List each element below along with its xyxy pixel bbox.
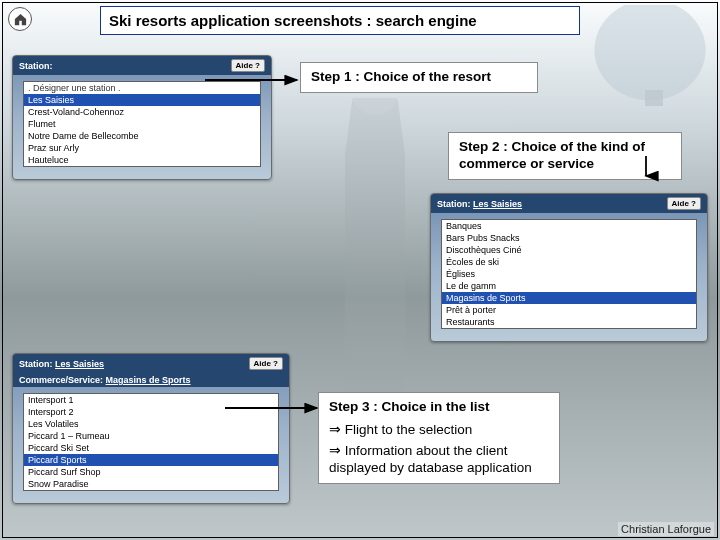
list-item[interactable]: Églises — [442, 268, 696, 280]
step2-text: Step 2 : Choice of the kind of commerce … — [459, 139, 645, 171]
list-item[interactable]: Piccard 1 – Rumeau — [24, 430, 278, 442]
commerce-label: Commerce/Service: — [19, 375, 103, 385]
step1-caption: Step 1 : Choice of the resort — [300, 62, 538, 93]
implies-icon: ⇒ — [329, 443, 341, 458]
help-button[interactable]: Aide ? — [231, 59, 265, 72]
station-value[interactable]: Les Saisies — [55, 359, 104, 369]
list-item[interactable]: Le de gamm — [442, 280, 696, 292]
list-item[interactable]: Magasins de Sports — [442, 292, 696, 304]
list-item[interactable]: Prêt à porter — [442, 304, 696, 316]
list-item[interactable]: Discothèques Ciné — [442, 244, 696, 256]
list-item[interactable]: Hauteluce — [24, 154, 260, 166]
step3-bullet-flight: ⇒ Flight to the selection — [329, 422, 549, 439]
screenshot-panel-2: Station: Les Saisies Aide ? BanquesBars … — [430, 193, 708, 342]
help-button[interactable]: Aide ? — [249, 357, 283, 370]
list-item[interactable]: Piccard Ski Set — [24, 442, 278, 454]
background-tower — [300, 60, 450, 440]
author-credit: Christian Laforgue — [618, 522, 714, 536]
implies-icon: ⇒ — [329, 422, 341, 437]
step2-caption: Step 2 : Choice of the kind of commerce … — [448, 132, 682, 180]
commerce-value[interactable]: Magasins de Sports — [106, 375, 191, 385]
list-item[interactable]: Snow Paradise — [24, 478, 278, 490]
list-item[interactable]: Bars Pubs Snacks — [442, 232, 696, 244]
arrow-to-panel2 — [639, 156, 653, 187]
list-item[interactable]: Écoles de ski — [442, 256, 696, 268]
category-listbox[interactable]: BanquesBars Pubs SnacksDiscothèques Ciné… — [441, 219, 697, 329]
arrow-to-step1 — [205, 72, 305, 96]
slide-title: Ski resorts application screenshots : se… — [100, 6, 580, 35]
station-label: Station: — [19, 61, 53, 71]
station-label: Station: — [19, 359, 53, 369]
list-item[interactable]: Piccard Surf Shop — [24, 466, 278, 478]
background-balloon — [590, 5, 710, 115]
list-item[interactable]: Notre Dame de Bellecombe — [24, 130, 260, 142]
step1-text: Step 1 : Choice of the resort — [311, 69, 491, 84]
help-button[interactable]: Aide ? — [667, 197, 701, 210]
step3-flight-text: Flight to the selection — [345, 422, 473, 437]
list-item[interactable]: Crest-Voland-Cohennoz — [24, 106, 260, 118]
list-item[interactable]: Flumet — [24, 118, 260, 130]
screenshot-panel-3: Station: Les Saisies Aide ? Commerce/Ser… — [12, 353, 290, 504]
station-label: Station: — [437, 199, 471, 209]
home-icon — [13, 12, 28, 27]
step3-info-text: Information about the client displayed b… — [329, 443, 532, 475]
step3-title: Step 3 : Choice in the list — [329, 399, 490, 414]
arrow-to-step3 — [225, 400, 325, 424]
home-button[interactable] — [8, 7, 32, 31]
list-item[interactable]: Restaurants — [442, 316, 696, 328]
step3-caption: Step 3 : Choice in the list ⇒ Flight to … — [318, 392, 560, 484]
station-value[interactable]: Les Saisies — [473, 199, 522, 209]
list-item[interactable]: Praz sur Arly — [24, 142, 260, 154]
step3-bullet-info: ⇒ Information about the client displayed… — [329, 443, 549, 477]
list-item[interactable]: Banques — [442, 220, 696, 232]
list-item[interactable]: Piccard Sports — [24, 454, 278, 466]
